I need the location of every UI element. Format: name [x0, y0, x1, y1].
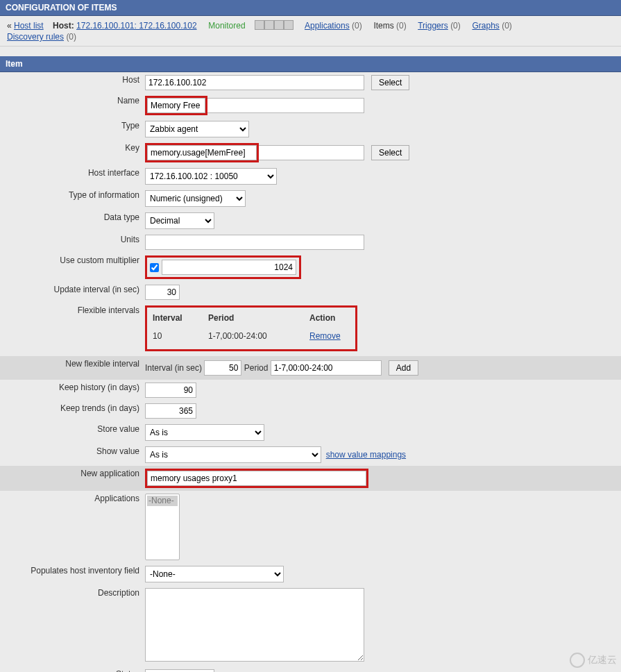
flex-td-interval: 10: [151, 327, 207, 345]
hostif-select[interactable]: 172.16.100.102 : 10050: [145, 168, 277, 185]
infotype-select[interactable]: Numeric (unsigned): [145, 190, 246, 207]
newflex-ilabel: Interval (in sec): [145, 363, 202, 373]
hostif-label: Host interface: [0, 165, 142, 187]
name-highlight: [145, 96, 207, 115]
host-ip-link[interactable]: 172.16.100.101: 172.16.100.102: [76, 21, 197, 31]
mult-label: Use custom multiplier: [0, 253, 142, 282]
key-select-button[interactable]: Select: [371, 145, 409, 160]
units-input[interactable]: [145, 235, 364, 250]
flex-th-action: Action: [308, 309, 364, 327]
type-select[interactable]: Zabbix agent: [145, 121, 249, 137]
newflex-period-input[interactable]: [271, 360, 382, 376]
inv-select[interactable]: -None-: [145, 566, 284, 582]
update-label: Update interval (in sec): [0, 282, 142, 303]
inv-label: Populates host inventory field: [0, 563, 142, 585]
trend-label: Keep trends (in days): [0, 401, 142, 421]
mult-highlight: [145, 255, 301, 279]
newapp-highlight: [145, 469, 368, 488]
mult-input[interactable]: [162, 260, 296, 275]
items-count: (0): [396, 21, 407, 31]
page-header: CONFIGURATION OF ITEMS: [0, 0, 621, 16]
host-list-link[interactable]: Host list: [14, 21, 44, 31]
section-header: Item: [0, 56, 621, 72]
breadcrumb: « Host list Host: 172.16.100.101: 172.16…: [0, 16, 621, 47]
item-form: Host Select Name Type Zabbix agent Key: [0, 72, 621, 672]
triggers-link[interactable]: Triggers: [418, 21, 448, 31]
key-input[interactable]: [147, 145, 257, 160]
items-link: Items: [373, 21, 393, 31]
flex-highlight: Interval Period Action 10 1-7,00:00-24:0…: [145, 305, 357, 351]
desc-textarea[interactable]: [145, 588, 364, 662]
watermark-icon: [570, 653, 585, 668]
newflex-label: New flexible interval: [0, 356, 142, 380]
name-input-rest[interactable]: [207, 98, 364, 113]
applications-count: (0): [352, 21, 362, 31]
apps-listbox[interactable]: -None-: [145, 494, 180, 560]
nav-icon-group: [255, 20, 294, 32]
host-input[interactable]: [145, 75, 364, 90]
watermark: 亿速云: [570, 653, 617, 668]
status-label: Status: [0, 666, 142, 672]
add-button[interactable]: Add: [389, 360, 418, 376]
monitored-status: Monitored: [208, 21, 245, 31]
newflex-plabel: Period: [244, 363, 269, 373]
nav-icon-3[interactable]: [274, 20, 284, 30]
store-label: Store value: [0, 421, 142, 444]
watermark-text: 亿速云: [588, 654, 617, 666]
mult-checkbox[interactable]: [150, 263, 159, 272]
units-label: Units: [0, 232, 142, 253]
show-select[interactable]: As is: [145, 446, 321, 463]
infotype-label: Type of information: [0, 187, 142, 210]
key-highlight: [145, 143, 259, 162]
newapp-label: New application: [0, 466, 142, 491]
host-label: Host: [0, 72, 142, 93]
hist-input[interactable]: [145, 383, 196, 398]
discovery-count: (0): [66, 32, 76, 42]
update-input[interactable]: [145, 285, 180, 300]
nav-icon-2[interactable]: [264, 20, 274, 30]
datatype-label: Data type: [0, 210, 142, 232]
show-label: Show value: [0, 444, 142, 466]
graphs-count: (0): [502, 21, 512, 31]
host-label: Host:: [53, 21, 74, 31]
back-symbol: «: [7, 21, 12, 31]
flex-label: Flexible intervals: [0, 303, 142, 356]
hist-label: Keep history (in days): [0, 380, 142, 401]
discovery-link[interactable]: Discovery rules: [7, 32, 64, 42]
flex-th-interval: Interval: [151, 309, 207, 327]
status-select[interactable]: Enabled: [145, 669, 214, 672]
flex-table: Interval Period Action 10 1-7,00:00-24:0…: [151, 309, 364, 345]
nav-icon-4[interactable]: [284, 20, 294, 30]
host-select-button[interactable]: Select: [371, 75, 409, 90]
datatype-select[interactable]: Decimal: [145, 212, 214, 229]
type-label: Type: [0, 118, 142, 140]
graphs-link[interactable]: Graphs: [472, 21, 499, 31]
store-select[interactable]: As is: [145, 424, 264, 441]
applications-link[interactable]: Applications: [305, 21, 350, 31]
triggers-count: (0): [450, 21, 461, 31]
trend-input[interactable]: [145, 403, 196, 419]
key-input-rest[interactable]: [259, 145, 364, 160]
key-label: Key: [0, 140, 142, 165]
flex-td-period: 1-7,00:00-24:00: [207, 327, 308, 345]
name-input[interactable]: [147, 98, 205, 113]
show-value-mappings-link[interactable]: show value mappings: [326, 450, 406, 460]
apps-label: Applications: [0, 491, 142, 563]
flex-remove-link[interactable]: Remove: [309, 331, 341, 341]
nav-icon-1[interactable]: [255, 20, 264, 30]
name-label: Name: [0, 93, 142, 118]
desc-label: Description: [0, 585, 142, 666]
flex-th-period: Period: [207, 309, 308, 327]
newflex-interval-input[interactable]: [204, 360, 241, 376]
newapp-input[interactable]: [147, 471, 366, 486]
